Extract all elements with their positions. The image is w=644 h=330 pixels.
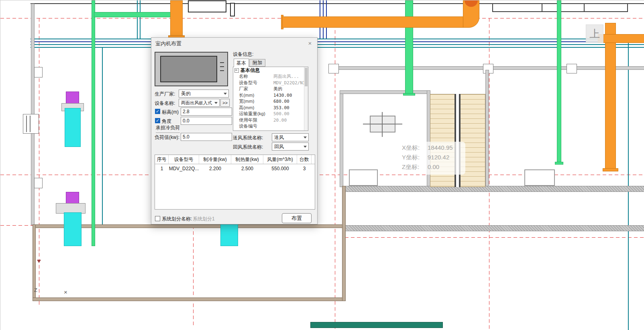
supply-system-select[interactable]: 送风 — [272, 133, 309, 141]
elevation-checkbox[interactable] — [155, 109, 160, 114]
pipe-teal — [31, 39, 644, 39]
floor-element — [524, 169, 555, 186]
manufacturer-value: 美的 — [181, 90, 191, 97]
property-name: 长(mm) — [239, 92, 273, 99]
property-grid[interactable]: 基本信息 名称两面出风... 设备型号MDV_D22Q2/N1 厂家美的 长(m… — [233, 67, 308, 131]
chevron-down-icon — [304, 136, 307, 140]
table-header: 制热量(kw) — [231, 155, 263, 164]
axis-line-red — [193, 225, 194, 326]
angle-input[interactable] — [181, 117, 232, 125]
elevation-input[interactable] — [181, 108, 232, 116]
column — [567, 64, 577, 73]
wall — [485, 70, 489, 187]
table-header: 设备型号 — [169, 155, 199, 164]
property-name: 设备型号 — [239, 80, 273, 86]
indoor-unit-cyan — [220, 224, 238, 246]
property-row: 厂家美的 — [233, 86, 308, 92]
wall-outline — [31, 3, 644, 4]
system-division-value: 系统划分1 — [193, 216, 215, 222]
cad-canvas[interactable]: Z × X坐标: 18440.95 Y坐标: 9120.42 Z坐标: 0.00… — [0, 0, 644, 330]
system-division-checkbox[interactable] — [155, 216, 160, 221]
coordinate-z-label: Z坐标: — [402, 163, 423, 171]
duct-green-vertical — [557, 0, 561, 163]
pipe-bottom — [310, 322, 443, 328]
table-cell: 2.500 — [231, 164, 263, 173]
unit-grille-line — [220, 66, 224, 67]
scrollbar-thumb[interactable] — [305, 68, 308, 86]
property-value: MDV_D22Q2/N1 — [273, 80, 305, 86]
table-cell: 550.000 — [263, 164, 297, 173]
unit-preview-body — [160, 56, 217, 82]
wall — [340, 90, 430, 94]
pipe-navy — [31, 41, 644, 42]
property-row: 宽(mm)680.00 — [233, 98, 308, 105]
duct-green-vertical — [405, 0, 413, 94]
axis-line-red — [345, 237, 644, 238]
table-header: 风量(m^3/h) — [263, 155, 297, 164]
ucs-cross-icon: × — [64, 289, 67, 295]
tab-basic[interactable]: 基本 — [234, 59, 249, 67]
tab-additional[interactable]: 附加 — [249, 59, 265, 67]
property-value: 美的 — [273, 86, 282, 92]
cooling-load-group-label: 承担冷负荷 — [156, 124, 180, 133]
property-value: 500.00 — [273, 111, 289, 117]
layout-button[interactable]: 布置 — [282, 213, 312, 223]
return-system-value: 回风 — [274, 143, 284, 150]
wall-fixture-line — [30, 116, 31, 132]
table-cell: 1 — [155, 164, 169, 173]
wall-outline — [627, 3, 628, 12]
wall-outline — [584, 3, 585, 12]
table-header: 序号 — [155, 155, 169, 164]
property-row: 设备型号MDV_D22Q2/N1 — [233, 80, 308, 86]
duct-orange-vertical — [170, 0, 183, 37]
property-row: 名称两面出风... — [233, 73, 308, 80]
table-header-filler — [312, 155, 315, 164]
property-name: 名称 — [239, 73, 273, 80]
more-devices-button[interactable]: >> — [220, 99, 230, 107]
duct-end-cap — [403, 93, 415, 96]
property-name: 厂家 — [239, 86, 273, 92]
door-block — [230, 3, 235, 16]
fixture-crosshair — [382, 112, 383, 137]
wall-tan — [33, 297, 346, 301]
dialog-titlebar[interactable]: 室内机布置 × — [151, 38, 317, 48]
collapse-icon[interactable] — [234, 68, 239, 73]
table-header-row: 序号 设备型号 制冷量(kw) 制热量(kw) 风量(m^3/h) 台数 — [155, 155, 315, 164]
indoor-unit-cyan — [64, 212, 82, 246]
orientation-badge[interactable]: 上 — [586, 24, 603, 43]
device-name-value: 两面出风嵌入式 — [181, 100, 212, 106]
manufacturer-select[interactable]: 美的 — [179, 90, 229, 98]
property-name: 使用年限 — [239, 117, 273, 124]
pipe-teal — [102, 47, 103, 225]
property-value: 353.00 — [273, 105, 289, 111]
corridor-wall — [345, 225, 644, 231]
chevron-down-icon — [304, 146, 307, 149]
property-row: 高(mm)353.00 — [233, 105, 308, 111]
supply-system-value: 送风 — [274, 134, 284, 141]
load-value-input[interactable] — [181, 133, 232, 141]
coordinate-x-label: X坐标: — [402, 144, 423, 152]
supply-system-label: 送风系统名称: — [233, 134, 263, 141]
property-name: 设备编号 — [239, 123, 273, 130]
unit-grille-line — [220, 70, 224, 71]
indoor-unit-layout-dialog: 室内机布置 × 生产厂家: 美的 设备名称: 两面出风嵌入式 >> 标高(m) … — [151, 37, 318, 224]
duct-orange-horizontal — [598, 34, 644, 43]
property-row: 长(mm)1430.00 — [233, 92, 308, 99]
close-icon[interactable]: × — [305, 39, 315, 47]
property-value: 1430.00 — [273, 92, 292, 99]
table-cell: MDV_D22Q... — [169, 164, 199, 173]
property-name: 高(mm) — [239, 105, 273, 111]
device-name-select[interactable]: 两面出风嵌入式 — [179, 99, 220, 107]
table-row[interactable]: 1 MDV_D22Q... 2.200 2.500 550.000 3 — [155, 164, 315, 173]
duct-green-vertical — [92, 0, 95, 246]
system-division-label: 系统划分名称: — [162, 216, 192, 222]
return-system-select[interactable]: 回风 — [272, 143, 309, 151]
return-system-label: 回风系统名称: — [233, 144, 263, 151]
coordinate-x-value: 18440.95 — [428, 144, 453, 152]
corridor-wall — [344, 186, 644, 192]
angle-checkbox[interactable] — [155, 118, 160, 123]
wall-fixture-line — [26, 116, 27, 132]
scrollbar[interactable] — [304, 67, 308, 130]
indoor-unit-cyan — [65, 108, 81, 147]
load-value-label: 负荷值(kw): — [155, 134, 179, 141]
